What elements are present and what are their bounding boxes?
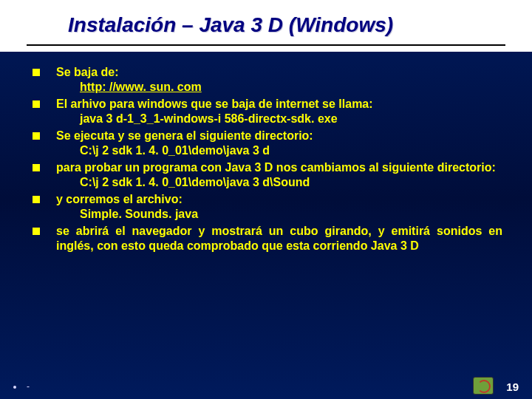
bullet-text: Se ejecuta y se genera el siguiente dire… bbox=[56, 129, 502, 159]
page-number: 19 bbox=[506, 381, 519, 393]
bullet-sub-line: java 3 d-1_3_1-windows-i 586-directx-sdk… bbox=[56, 112, 502, 126]
bullet-text: se abrirá el navegador y mostrará un cub… bbox=[56, 224, 502, 254]
bullet-main-line: El arhivo para windows que se baja de in… bbox=[56, 97, 502, 112]
footer-dot-icon bbox=[13, 386, 16, 389]
bullet-main-line: y corremos el archivo: bbox=[56, 192, 502, 207]
bullet-text: Se baja de:http: //www. sun. com bbox=[56, 65, 502, 95]
bullet-item: se abrirá el navegador y mostrará un cub… bbox=[33, 224, 502, 254]
bullet-item: y corremos el archivo:Simple. Sounds. ja… bbox=[33, 192, 502, 222]
bullet-main-line: para probar un programa con Java 3 D nos… bbox=[56, 160, 502, 175]
slide-title: Instalación – Java 3 D (Windows) bbox=[0, 0, 532, 43]
logo-icon bbox=[473, 377, 494, 395]
title-divider bbox=[27, 44, 505, 46]
bullet-main-line: Se baja de: bbox=[56, 65, 502, 80]
square-bullet-icon bbox=[33, 164, 40, 171]
bullet-item: Se baja de:http: //www. sun. com bbox=[33, 65, 502, 95]
square-bullet-icon bbox=[33, 132, 40, 140]
square-bullet-icon bbox=[33, 196, 40, 203]
bullet-sub-line: http: //www. sun. com bbox=[56, 80, 502, 95]
bullet-main-line: Se ejecuta y se genera el siguiente dire… bbox=[56, 129, 502, 143]
slide-body: Se baja de:http: //www. sun. comEl arhiv… bbox=[33, 65, 502, 256]
bullet-item: El arhivo para windows que se baja de in… bbox=[33, 97, 502, 127]
bullet-text: y corremos el archivo:Simple. Sounds. ja… bbox=[56, 192, 502, 222]
square-bullet-icon bbox=[33, 69, 40, 76]
bullet-main-line: se abrirá el navegador y mostrará un cub… bbox=[56, 224, 502, 254]
footer-dash: - bbox=[27, 381, 30, 392]
square-bullet-icon bbox=[33, 100, 40, 108]
bullet-sub-line: Simple. Sounds. java bbox=[56, 207, 502, 222]
bullet-text: El arhivo para windows que se baja de in… bbox=[56, 97, 502, 127]
bullet-item: para probar un programa con Java 3 D nos… bbox=[33, 160, 502, 191]
square-bullet-icon bbox=[33, 228, 40, 235]
bullet-sub-line: C:\j 2 sdk 1. 4. 0_01\demo\java 3 d\Soun… bbox=[56, 175, 502, 190]
bullet-item: Se ejecuta y se genera el siguiente dire… bbox=[33, 129, 502, 159]
bullet-text: para probar un programa con Java 3 D nos… bbox=[56, 160, 502, 191]
footer: - 19 bbox=[0, 374, 532, 399]
bullet-sub-line: C:\j 2 sdk 1. 4. 0_01\demo\java 3 d bbox=[56, 143, 502, 158]
